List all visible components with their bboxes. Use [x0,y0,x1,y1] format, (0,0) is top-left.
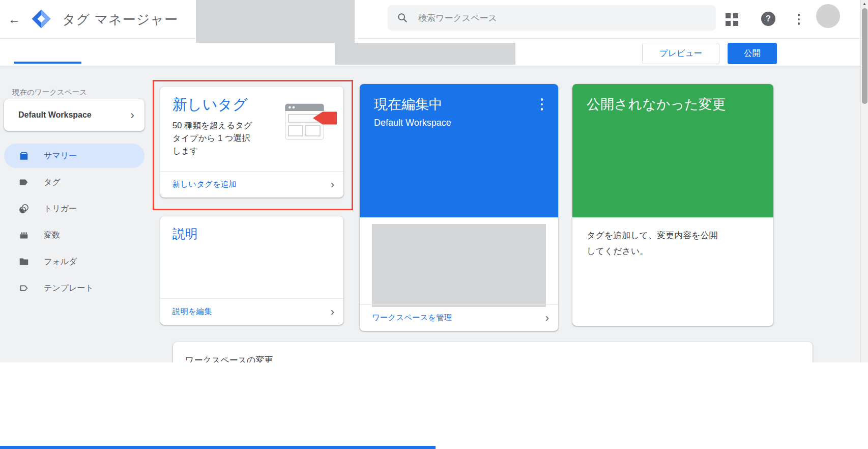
edit-description-action[interactable]: 説明を編集 › [160,298,343,325]
add-new-tag-link[interactable]: 新しいタグを追加 [172,179,237,190]
summary-box-icon [18,150,30,161]
trigger-circles-icon [18,203,30,214]
sidebar-item-variables[interactable]: 変数 [4,223,144,247]
new-tag-card: 新しいタグ 50 種類を超えるタグ タイプから 1 つ選択 します 新しいタグを… [160,87,343,198]
workspace-selector[interactable]: Default Workspace › [4,99,144,131]
now-editing-workspace-name: Default Workspace [374,118,451,128]
vertical-scrollbar[interactable]: ▲ [860,0,868,362]
description-card-title: 説明 [172,226,198,242]
back-arrow-icon[interactable]: ← [5,10,23,29]
unpublished-changes-card: 公開されなかった変更 タグを追加して、変更内容を公開してください。 [572,84,773,326]
tag-illustration [284,101,337,145]
edit-description-link[interactable]: 説明を編集 [172,306,212,317]
add-new-tag-action[interactable]: 新しいタグを追加 › [160,171,343,198]
sidebar-item-tags[interactable]: タグ [4,170,144,194]
search-placeholder: 検索ワークスペース [418,12,497,24]
scrollbar-thumb[interactable] [862,8,867,104]
template-tag-icon [18,283,30,294]
chevron-right-icon: › [545,313,549,324]
help-icon[interactable]: ? [761,12,775,26]
card-overflow-menu-icon[interactable] [537,98,547,117]
chevron-right-icon: › [331,306,334,318]
sidebar-item-summary[interactable]: サマリー [4,144,144,168]
search-input[interactable]: 検索ワークスペース [388,5,716,31]
workspace-name: Default Workspace [18,110,92,120]
chevron-right-icon: › [331,179,334,190]
new-tag-title: 新しいタグ [172,95,248,115]
manage-workspace-action[interactable]: ワークスペースを管理 › [360,304,558,331]
chevron-right-icon: › [130,109,134,121]
folder-icon [18,256,30,267]
bottom-blue-bar [0,446,436,449]
current-workspace-label: 現在のワークスペース [12,88,87,97]
redacted-workspace-details [372,224,546,307]
variable-brick-icon [18,230,30,241]
gtm-logo [31,8,52,32]
unpublished-changes-title: 公開されなかった変更 [587,95,726,114]
tag-icon [18,177,30,188]
apps-grid-icon[interactable] [726,13,739,26]
app-title: タグ マネージャー [62,0,178,39]
sidebar-item-folders[interactable]: フォルダ [4,249,144,274]
overflow-menu-icon[interactable] [792,12,806,26]
redacted-account-block [196,0,355,43]
scrollbar-up-icon[interactable]: ▲ [861,0,868,8]
publish-button[interactable]: 公開 [728,43,777,64]
offscreen-white-area [0,362,868,449]
unpublished-changes-header: 公開されなかった変更 [572,84,773,217]
gtm-window: ← タグ マネージャー 検索ワークスペース ? ワークスペース バージョン 管理… [0,0,868,449]
unpublished-changes-body: タグを追加して、変更内容を公開してください。 [587,228,725,259]
now-editing-card: 現在編集中 Default Workspace ワークスペースを管理 › [360,84,558,331]
avatar[interactable] [816,4,840,28]
manage-workspace-link[interactable]: ワークスペースを管理 [372,313,452,323]
sidebar-item-templates[interactable]: テンプレート [4,276,144,300]
topbar: ← タグ マネージャー 検索ワークスペース ? [0,0,868,39]
search-icon [397,12,408,23]
new-tag-description: 50 種類を超えるタグ タイプから 1 つ選択 します [172,119,274,157]
active-tab-underline [14,62,81,64]
description-card: 説明 説明を編集 › [160,216,343,325]
sidebar-item-triggers[interactable]: トリガー [4,197,144,221]
now-editing-title: 現在編集中 [374,95,443,114]
redacted-container-id-block [335,43,515,65]
preview-button[interactable]: プレビュー [642,43,719,64]
now-editing-header: 現在編集中 Default Workspace [360,84,558,217]
